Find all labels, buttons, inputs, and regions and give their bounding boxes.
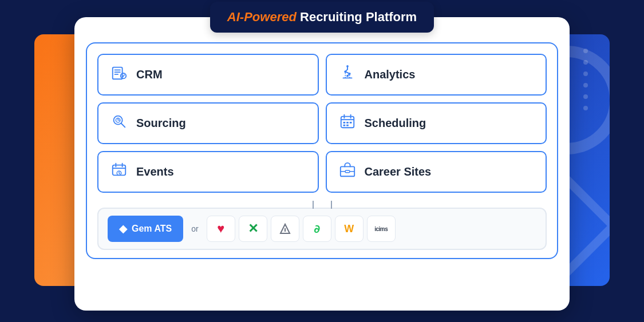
lever-icon: ✕ (248, 221, 258, 236)
feature-card-analytics[interactable]: Analytics (326, 54, 547, 96)
feature-card-crm[interactable]: CRM (97, 54, 319, 96)
ashby-icon (279, 222, 291, 235)
svg-rect-16 (346, 125, 349, 126)
features-grid: CRM Analytics (97, 54, 547, 193)
crm-label: CRM (136, 68, 163, 81)
or-text: or (191, 224, 198, 233)
partner-lever[interactable]: ✕ (239, 216, 267, 242)
gem-ats-button[interactable]: ◆ Gem ATS (108, 216, 183, 242)
greenhouse-icon: ♥ (217, 221, 224, 236)
partner-icims[interactable]: icims (367, 216, 396, 242)
analytics-label: Analytics (365, 68, 416, 81)
gem-diamond-icon: ◆ (119, 222, 127, 235)
svg-point-5 (346, 75, 349, 77)
career-sites-label: Career Sites (365, 165, 432, 178)
feature-card-events[interactable]: Events (97, 151, 319, 193)
partners-row: ♥ ✕ ∂ W (207, 216, 536, 242)
partner-greenhouse[interactable]: ♥ (207, 216, 235, 242)
connector-line-1 (313, 201, 314, 209)
events-icon (110, 161, 128, 182)
svg-rect-20 (345, 170, 350, 173)
svg-point-3 (344, 70, 346, 73)
main-card: AI-Powered Recruiting Platform CRM (74, 17, 570, 311)
partner-workday[interactable]: ∂ (303, 216, 331, 242)
title-ai-powered: AI-Powered (227, 10, 297, 24)
sourcing-label: Sourcing (136, 117, 186, 130)
career-sites-icon (338, 161, 357, 182)
scheduling-icon (338, 113, 357, 134)
partner-workable[interactable]: W (335, 216, 364, 242)
gem-ats-label: Gem ATS (132, 224, 172, 234)
svg-rect-12 (343, 122, 345, 124)
scheduling-label: Scheduling (365, 117, 426, 130)
crm-icon (110, 64, 128, 85)
workday-icon: ∂ (314, 222, 321, 236)
svg-rect-14 (349, 122, 351, 124)
partner-ashby[interactable] (271, 216, 299, 242)
svg-rect-13 (346, 122, 349, 124)
title-banner: AI-Powered Recruiting Platform (210, 2, 434, 33)
title-rest: Recruiting Platform (297, 10, 417, 24)
feature-card-career-sites[interactable]: Career Sites (326, 151, 547, 193)
svg-rect-17 (113, 165, 126, 176)
feature-card-scheduling[interactable]: Scheduling (326, 102, 547, 144)
sourcing-icon (110, 113, 128, 134)
workable-icon: W (344, 223, 354, 235)
feature-card-sourcing[interactable]: Sourcing (97, 102, 319, 144)
content-area: CRM Analytics (86, 42, 558, 259)
icims-icon: icims (374, 226, 388, 232)
svg-rect-15 (343, 125, 345, 126)
page-title: AI-Powered Recruiting Platform (227, 10, 417, 25)
analytics-icon (338, 64, 357, 85)
svg-point-2 (346, 65, 349, 67)
svg-point-4 (348, 73, 350, 75)
ats-section: ◆ Gem ATS or ♥ ✕ (97, 208, 547, 250)
events-label: Events (136, 165, 174, 178)
connector-line-2 (331, 201, 332, 209)
